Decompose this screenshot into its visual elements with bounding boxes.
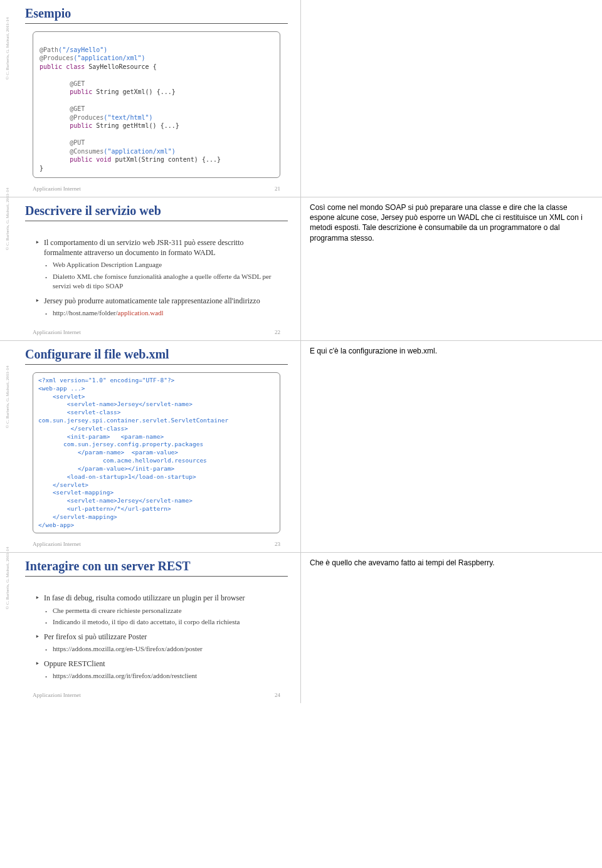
page-number: 24 xyxy=(275,692,280,698)
slide-title: Configurare il file web.xml xyxy=(25,347,288,365)
notes-21 xyxy=(301,0,602,197)
bullet-l2: https://addons.mozilla.org/en-US/firefox… xyxy=(46,644,280,654)
page-number: 21 xyxy=(275,186,280,192)
slide-22: © C. Barberis, G. Malnati, 2011-14 Descr… xyxy=(0,197,301,340)
notes-24: Che è quello che avevamo fatto ai tempi … xyxy=(301,553,602,703)
slide-title: Descrivere il servizio web xyxy=(25,204,288,221)
code-block-xml: <?xml version="1.0" encoding="UTF-8"?> <… xyxy=(33,372,280,533)
footer-label: Applicazioni Internet xyxy=(33,329,81,335)
bullet-l2: http://host.name/folder/application.wadl xyxy=(46,308,280,318)
page-number: 23 xyxy=(275,541,280,547)
footer-label: Applicazioni Internet xyxy=(33,692,81,698)
slide-title: Interagire con un server REST xyxy=(25,559,288,577)
slide-24: © C. Barberis, G. Malnati, 2011-14 Inter… xyxy=(0,553,301,703)
bullet-list: In fase di debug, risulta comodo utilizz… xyxy=(25,584,288,684)
credit-vertical: © C. Barberis, G. Malnati, 2011-14 xyxy=(5,18,10,80)
bullet-l2: Indicando il metodo, il tipo di dato acc… xyxy=(46,617,280,627)
credit-vertical: © C. Barberis, G. Malnati, 2011-14 xyxy=(5,547,10,609)
code-block-java: @Path("/sayHello") @Produces("applicatio… xyxy=(33,31,280,178)
notes-22: Così come nel mondo SOAP si può preparar… xyxy=(301,197,602,340)
bullet-l2: Che permetta di creare richieste persona… xyxy=(46,606,280,615)
slide-23: © C. Barberis, G. Malnati, 2011-14 Confi… xyxy=(0,341,301,552)
page-number: 22 xyxy=(275,329,280,335)
credit-vertical: © C. Barberis, G. Malnati, 2011-14 xyxy=(5,188,10,250)
bullet-l1: In fase di debug, risulta comodo utilizz… xyxy=(39,593,280,603)
slide-21: © C. Barberis, G. Malnati, 2011-14 Esemp… xyxy=(0,0,301,197)
bullet-l2: https://addons.mozilla.org/it/firefox/ad… xyxy=(46,671,280,681)
notes-23: E qui c'è la configurazione in web.xml. xyxy=(301,341,602,552)
bullet-l1: Per firefox si può utilizzare Poster xyxy=(39,632,280,642)
bullet-l2: Web Application Description Language xyxy=(46,260,280,269)
credit-vertical: © C. Barberis, G. Malnati, 2011-14 xyxy=(5,365,10,427)
bullet-l1: Jersey può produrre automaticamente tale… xyxy=(39,296,280,306)
footer-label: Applicazioni Internet xyxy=(33,541,81,547)
bullet-list: Il comportamento di un servizio web JSR-… xyxy=(25,229,288,322)
bullet-l2: Dialetto XML che fornisce funzionalità a… xyxy=(46,272,280,291)
footer-label: Applicazioni Internet xyxy=(33,186,81,192)
bullet-l1: Oppure RESTClient xyxy=(39,659,280,669)
slide-title: Esempio xyxy=(25,6,288,24)
bullet-l1: Il comportamento di un servizio web JSR-… xyxy=(39,238,280,258)
